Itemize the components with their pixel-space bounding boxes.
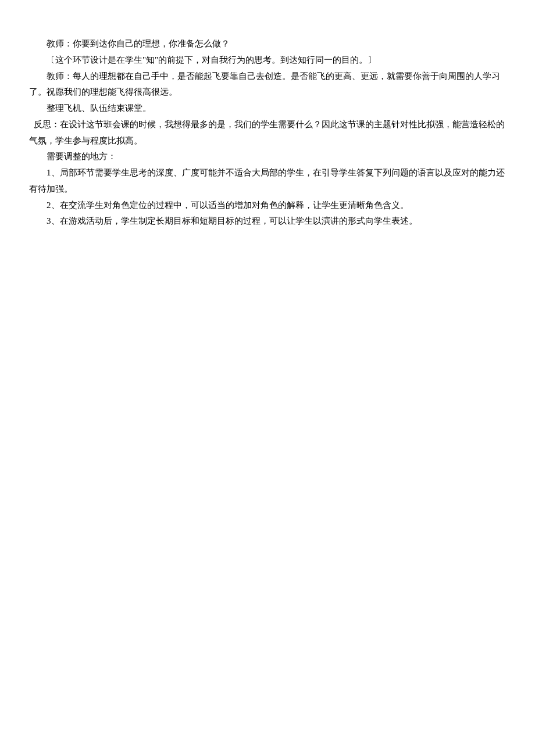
paragraph-adjustments-heading: 需要调整的地方： [29, 149, 506, 165]
paragraph-design-note: 〔这个环节设计是在学生"知"的前提下，对自我行为的思考。到达知行同一的目的。〕 [29, 52, 506, 69]
paragraph-adjustment-2: 2、在交流学生对角色定位的过程中，可以适当的增加对角色的解释，让学生更清晰角色含… [29, 198, 506, 214]
paragraph-teacher-question: 教师：你要到达你自己的理想，你准备怎么做？ [29, 36, 506, 52]
paragraph-adjustment-1: 1、局部环节需要学生思考的深度、广度可能并不适合大局部的学生，在引导学生答复下列… [29, 165, 506, 198]
paragraph-reflection: 反思：在设计这节班会课的时候，我想得最多的是，我们的学生需要什么？因此这节课的主… [29, 117, 506, 149]
paragraph-adjustment-3: 3、在游戏活动后，学生制定长期目标和短期目标的过程，可以让学生以演讲的形式向学生… [29, 213, 506, 230]
paragraph-teacher-summary: 教师：每人的理想都在自己手中，是否能起飞要靠自己去创造。是否能飞的更高、更远，就… [29, 69, 506, 101]
document-body: 教师：你要到达你自己的理想，你准备怎么做？ 〔这个环节设计是在学生"知"的前提下… [29, 36, 506, 230]
paragraph-closing: 整理飞机、队伍结束课堂。 [29, 101, 506, 117]
